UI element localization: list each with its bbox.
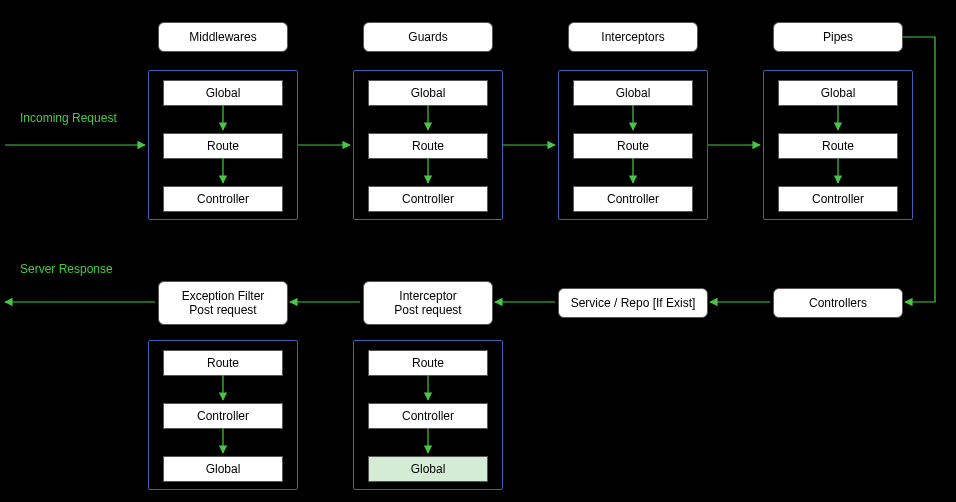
interceptor-post-controller: Controller — [368, 403, 488, 429]
server-response-label: Server Response — [20, 262, 113, 276]
incoming-request-label: Incoming Request — [20, 111, 117, 125]
pipes-controller: Controller — [778, 186, 898, 212]
pipes-route: Route — [778, 133, 898, 159]
middlewares-route: Route — [163, 133, 283, 159]
guards-controller: Controller — [368, 186, 488, 212]
middlewares-title: Middlewares — [158, 22, 288, 52]
interceptors-route: Route — [573, 133, 693, 159]
guards-global: Global — [368, 80, 488, 106]
service-repo-title: Service / Repo [If Exist] — [558, 288, 708, 318]
exception-filter-title: Exception Filter Post request — [158, 281, 288, 325]
interceptor-post-route: Route — [368, 350, 488, 376]
pipes-global: Global — [778, 80, 898, 106]
interceptor-post-global: Global — [368, 456, 488, 482]
interceptors-controller: Controller — [573, 186, 693, 212]
exception-filter-route: Route — [163, 350, 283, 376]
interceptor-post-title: Interceptor Post request — [363, 281, 493, 325]
exception-filter-global: Global — [163, 456, 283, 482]
pipes-title: Pipes — [773, 22, 903, 52]
exception-filter-controller: Controller — [163, 403, 283, 429]
guards-route: Route — [368, 133, 488, 159]
interceptors-global: Global — [573, 80, 693, 106]
controllers-title: Controllers — [773, 288, 903, 318]
middlewares-controller: Controller — [163, 186, 283, 212]
guards-title: Guards — [363, 22, 493, 52]
middlewares-global: Global — [163, 80, 283, 106]
interceptors-title: Interceptors — [568, 22, 698, 52]
